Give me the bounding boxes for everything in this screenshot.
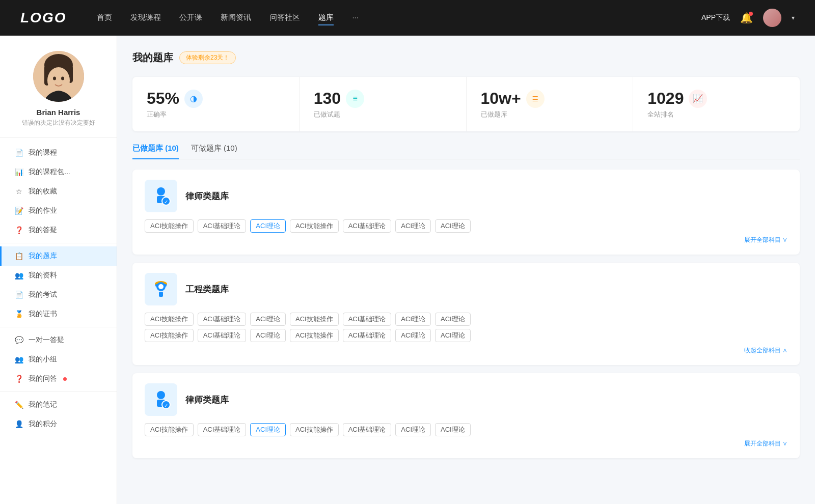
sidebar-icon-5: 📋 (14, 252, 23, 260)
tag-2-0[interactable]: ACI技能操作 (145, 423, 194, 436)
sidebar-item-11[interactable]: ❓ 我的问答 (0, 369, 117, 388)
tag1-1-2[interactable]: ACI理论 (250, 313, 286, 326)
avatar-dropdown-arrow[interactable]: ▾ (792, 14, 795, 21)
qbank-section-lawyer1: ✓ 律师类题库 ACI技能操作ACI基础理论ACI理论ACI技能操作ACI基础理… (132, 170, 800, 255)
tag-2-4[interactable]: ACI基础理论 (343, 423, 392, 436)
avatar[interactable] (763, 9, 781, 27)
qbank-icon-0: ✓ (145, 180, 177, 212)
sidebar-icon-9: 💬 (14, 336, 23, 344)
stat-label-3: 全站排名 (647, 110, 785, 119)
tag2-1-1[interactable]: ACI基础理论 (198, 329, 247, 342)
main-layout: Brian Harris 错误的决定比没有决定要好 📄 我的课程 📊 我的课程包… (0, 36, 815, 504)
sidebar-icon-8: 🏅 (14, 310, 23, 318)
sidebar-divider (0, 327, 117, 327)
tag-0-4[interactable]: ACI基础理论 (343, 219, 392, 233)
stat-item-0: 55% ◑ 正确率 (132, 77, 300, 131)
tag1-1-1[interactable]: ACI基础理论 (198, 313, 247, 326)
tag2-1-4[interactable]: ACI基础理论 (343, 329, 392, 342)
expand-link-2[interactable]: 展开全部科目 ∨ (145, 439, 787, 448)
nav-link-···[interactable]: ··· (352, 11, 359, 25)
stat-icon-3: 📈 (689, 90, 707, 108)
tag2-1-5[interactable]: ACI理论 (395, 329, 431, 342)
tag2-1-0[interactable]: ACI技能操作 (145, 329, 194, 342)
sidebar-icon-10: 👥 (14, 355, 23, 363)
sidebar-item-9[interactable]: 💬 一对一答疑 (0, 330, 117, 350)
stat-item-1: 130 ≡ 已做试题 (300, 77, 467, 131)
tags-row1-1: ACI技能操作ACI基础理论ACI理论ACI技能操作ACI基础理论ACI理论AC… (145, 313, 787, 326)
sidebar-icon-11: ❓ (14, 375, 23, 383)
tag-0-3[interactable]: ACI技能操作 (290, 219, 339, 233)
menu-dot (63, 377, 67, 381)
tag-2-6[interactable]: ACI理论 (435, 423, 471, 436)
profile-section: Brian Harris 错误的决定比没有决定要好 (0, 51, 117, 138)
nav-link-题库[interactable]: 题库 (318, 11, 334, 25)
sidebar-item-7[interactable]: 📄 我的考试 (0, 285, 117, 304)
sidebar-menu: 📄 我的课程 📊 我的课程包... ☆ 我的收藏 📝 我的作业 ❓ 我的答疑 📋… (0, 143, 117, 434)
qbank-header-0: ✓ 律师类题库 (145, 180, 787, 212)
tag-2-2[interactable]: ACI理论 (250, 423, 286, 436)
expand-link-0[interactable]: 展开全部科目 ∨ (145, 236, 787, 244)
tag-0-2[interactable]: ACI理论 (250, 219, 286, 233)
sidebar-label-3: 我的作业 (29, 206, 57, 215)
tag1-1-0[interactable]: ACI技能操作 (145, 313, 194, 326)
svg-point-5 (53, 77, 56, 80)
svg-rect-15 (159, 292, 163, 297)
tab-1[interactable]: 可做题库 (10) (191, 144, 237, 159)
tag2-1-3[interactable]: ACI技能操作 (290, 329, 339, 342)
stat-label-2: 已做题库 (481, 110, 619, 119)
stats-row: 55% ◑ 正确率 130 ≡ 已做试题 10w+ ≣ 已做题库 1029 📈 … (132, 77, 800, 131)
nav-link-发现课程[interactable]: 发现课程 (130, 11, 161, 25)
tag1-1-5[interactable]: ACI理论 (395, 313, 431, 326)
tag-0-5[interactable]: ACI理论 (395, 219, 431, 233)
nav-link-公开课[interactable]: 公开课 (179, 11, 202, 25)
sidebar-label-6: 我的资料 (29, 271, 57, 280)
nav-link-新闻资讯[interactable]: 新闻资讯 (221, 11, 251, 25)
nav-links: 首页发现课程公开课新闻资讯问答社区题库··· (97, 11, 701, 25)
tag-2-3[interactable]: ACI技能操作 (290, 423, 339, 436)
sidebar-item-0[interactable]: 📄 我的课程 (0, 143, 117, 162)
sidebar-item-13[interactable]: 👤 我的积分 (0, 414, 117, 434)
tag-0-0[interactable]: ACI技能操作 (145, 219, 194, 233)
sidebar-icon-13: 👤 (14, 420, 23, 428)
app-download-button[interactable]: APP下载 (701, 13, 730, 22)
qbank-section-lawyer2: ✓ 律师类题库 ACI技能操作ACI基础理论ACI理论ACI技能操作ACI基础理… (132, 373, 800, 458)
tag-2-5[interactable]: ACI理论 (395, 423, 431, 436)
logo[interactable]: LOGO (20, 10, 66, 26)
qbank-title-1: 工程类题库 (185, 284, 229, 295)
collapse-link-1[interactable]: 收起全部科目 ∧ (145, 346, 787, 355)
sidebar-divider (0, 391, 117, 392)
stat-value-2: 10w+ (481, 89, 521, 108)
sidebar-item-3[interactable]: 📝 我的作业 (0, 201, 117, 220)
tab-0[interactable]: 已做题库 (10) (132, 144, 179, 159)
sidebar-label-5: 我的题库 (29, 251, 57, 261)
sidebar-label-10: 我的小组 (29, 355, 57, 364)
sidebar-item-2[interactable]: ☆ 我的收藏 (0, 182, 117, 201)
sidebar-icon-2: ☆ (14, 187, 23, 195)
tag-0-6[interactable]: ACI理论 (435, 219, 471, 233)
sidebar-item-4[interactable]: ❓ 我的答疑 (0, 220, 117, 240)
profile-avatar (33, 51, 84, 102)
sidebar-icon-0: 📄 (14, 149, 23, 157)
sidebar-item-8[interactable]: 🏅 我的证书 (0, 304, 117, 324)
tag1-1-3[interactable]: ACI技能操作 (290, 313, 339, 326)
sidebar-icon-7: 📄 (14, 291, 23, 299)
sidebar-label-12: 我的笔记 (29, 400, 57, 409)
stat-value-0: 55% (147, 89, 179, 108)
nav-link-首页[interactable]: 首页 (97, 11, 112, 25)
profile-name: Brian Harris (37, 108, 80, 117)
sidebar-item-12[interactable]: ✏️ 我的笔记 (0, 395, 117, 414)
tag-2-1[interactable]: ACI基础理论 (198, 423, 247, 436)
notification-bell[interactable]: 🔔 (740, 12, 753, 24)
sidebar-item-10[interactable]: 👥 我的小组 (0, 350, 117, 369)
page-title: 我的题库 (132, 51, 173, 65)
tag2-1-6[interactable]: ACI理论 (435, 329, 471, 342)
tag-0-1[interactable]: ACI基础理论 (198, 219, 247, 233)
nav-link-问答社区[interactable]: 问答社区 (269, 11, 300, 25)
sidebar-item-6[interactable]: 👥 我的资料 (0, 266, 117, 285)
tag2-1-2[interactable]: ACI理论 (250, 329, 286, 342)
tag1-1-4[interactable]: ACI基础理论 (343, 313, 392, 326)
sidebar-item-1[interactable]: 📊 我的课程包... (0, 162, 117, 182)
tag1-1-6[interactable]: ACI理论 (435, 313, 471, 326)
sidebar-divider (0, 243, 117, 243)
sidebar-item-5[interactable]: 📋 我的题库 (0, 246, 117, 266)
